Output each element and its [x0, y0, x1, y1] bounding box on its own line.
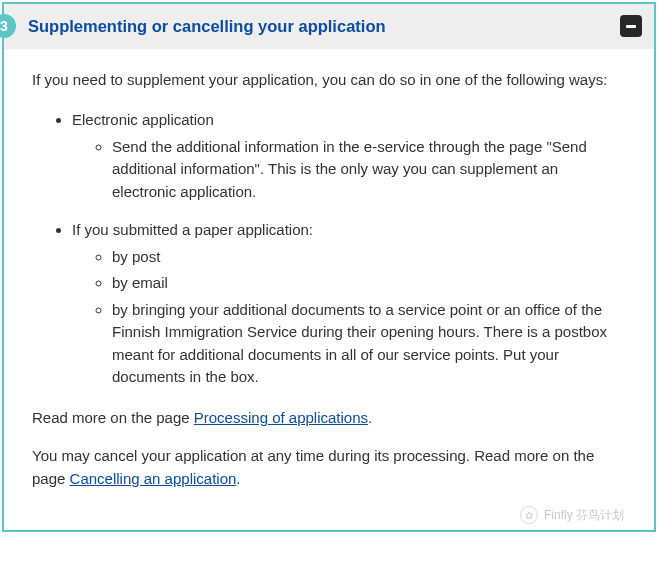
cancel-paragraph: You may cancel your application at any t…: [32, 445, 626, 490]
readmore-processing: Read more on the page Processing of appl…: [32, 407, 626, 430]
cancelling-application-link[interactable]: Cancelling an application: [70, 470, 237, 487]
panel-title: Supplementing or cancelling your applica…: [28, 14, 386, 39]
panel-body: If you need to supplement your applicati…: [4, 49, 654, 531]
text-prefix: Read more on the page: [32, 409, 194, 426]
list-item-label: If you submitted a paper application:: [72, 221, 313, 238]
wechat-icon: ✿: [520, 506, 538, 524]
watermark: ✿ Finfly 芬鸟计划: [520, 506, 624, 524]
text-suffix: .: [368, 409, 372, 426]
supplement-methods-list: Electronic application Send the addition…: [32, 109, 626, 389]
list-item-label: Electronic application: [72, 111, 214, 128]
processing-applications-link[interactable]: Processing of applications: [194, 409, 368, 426]
list-item: If you submitted a paper application: by…: [72, 219, 626, 389]
accordion-panel: 3 Supplementing or cancelling your appli…: [2, 2, 656, 532]
sub-list: by post by email by bringing your additi…: [72, 246, 626, 389]
sub-list-item: by email: [112, 272, 626, 295]
intro-text: If you need to supplement your applicati…: [32, 69, 626, 92]
sub-list-item: Send the additional information in the e…: [112, 136, 626, 204]
text-suffix: .: [236, 470, 240, 487]
collapse-icon[interactable]: [620, 15, 642, 37]
step-number-badge: 3: [0, 14, 16, 38]
sub-list-item: by post: [112, 246, 626, 269]
list-item: Electronic application Send the addition…: [72, 109, 626, 203]
watermark-text: Finfly 芬鸟计划: [544, 506, 624, 524]
sub-list-item: by bringing your additional documents to…: [112, 299, 626, 389]
sub-list: Send the additional information in the e…: [72, 136, 626, 204]
panel-header[interactable]: 3 Supplementing or cancelling your appli…: [4, 4, 654, 49]
